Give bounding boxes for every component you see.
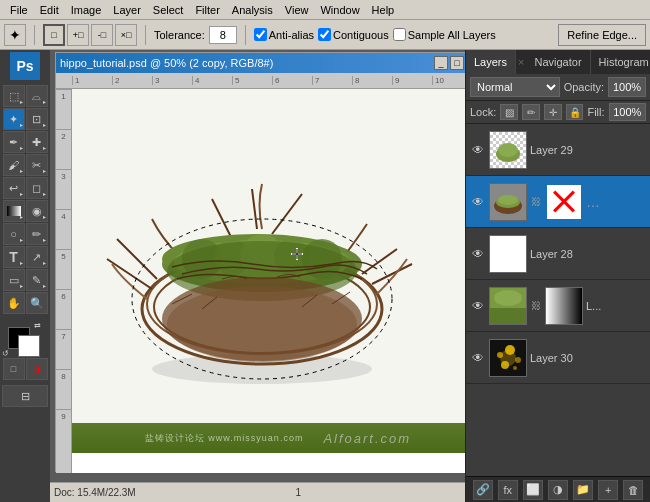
ruler-h-2: 2 — [112, 76, 152, 85]
sample-all-checkbox[interactable] — [393, 28, 406, 41]
canvas-title: hippo_tutorial.psd @ 50% (2 copy, RGB/8#… — [60, 57, 273, 69]
anti-alias-option[interactable]: Anti-alias — [254, 28, 314, 41]
contiguous-checkbox[interactable] — [318, 28, 331, 41]
path-tool-btn[interactable]: ↗ ▸ — [26, 246, 48, 268]
lock-transparent-btn[interactable]: ▨ — [500, 104, 518, 120]
text-tool-btn[interactable]: T ▸ — [3, 246, 25, 268]
fill-value[interactable]: 100% — [609, 103, 647, 121]
ruler-h-1: 1 — [72, 76, 112, 85]
tolerance-input[interactable] — [209, 26, 237, 44]
screen-mode-btn[interactable]: ⊟ — [2, 385, 48, 407]
default-colors-icon[interactable]: ↺ — [2, 349, 12, 357]
subtract-selection-btn[interactable]: -□ — [91, 24, 113, 46]
anti-alias-checkbox[interactable] — [254, 28, 267, 41]
layer-current-visibility[interactable]: 👁 — [470, 194, 486, 210]
menu-image[interactable]: Image — [65, 0, 108, 20]
layer-item-29[interactable]: 👁 Layer 29 — [466, 124, 650, 176]
layer-gradient-visibility[interactable]: 👁 — [470, 298, 486, 314]
maximize-btn[interactable]: □ — [450, 56, 464, 70]
dodge-tool-btn[interactable]: ○ ▸ — [3, 223, 25, 245]
new-layer-btn[interactable]: + — [598, 480, 618, 500]
text-icon: T — [9, 249, 18, 265]
delete-layer-btn[interactable]: 🗑 — [623, 480, 643, 500]
add-mask-btn[interactable]: ⬜ — [523, 480, 543, 500]
blend-mode-select[interactable]: Normal — [470, 77, 560, 97]
history-brush-btn[interactable]: ↩ ▸ — [3, 177, 25, 199]
eyedropper-tool-btn[interactable]: ✒ ▸ — [3, 131, 25, 153]
gradient-tool-btn[interactable]: ▸ — [3, 200, 25, 222]
sample-all-option[interactable]: Sample All Layers — [393, 28, 496, 41]
tool-row-7: ○ ▸ ✏ ▸ — [3, 223, 48, 245]
layer-item-28[interactable]: 👁 Layer 28 — [466, 228, 650, 280]
canvas-content[interactable]: 盐铸设计论坛 www.missyuan.com Alfoart.com — [72, 89, 465, 473]
blur-tool-btn[interactable]: ◉ ▸ — [26, 200, 48, 222]
background-color[interactable] — [18, 335, 40, 357]
layer-style-btn[interactable]: fx — [498, 480, 518, 500]
new-selection-btn[interactable]: □ — [43, 24, 65, 46]
history-brush-icon: ↩ — [9, 182, 18, 195]
layers-list: 👁 Layer 29 👁 — [466, 124, 650, 476]
intersect-selection-btn[interactable]: ×□ — [115, 24, 137, 46]
layer-gradient-name: L... — [586, 300, 646, 312]
navigator-tab[interactable]: Navigator — [526, 50, 590, 74]
layer-30-visibility[interactable]: 👁 — [470, 350, 486, 366]
ruler-horizontal: 1 2 3 4 5 6 7 8 9 10 — [56, 73, 465, 89]
minimize-btn[interactable]: _ — [434, 56, 448, 70]
layers-tab[interactable]: Layers — [466, 50, 516, 74]
lock-paint-btn[interactable]: ✏ — [522, 104, 540, 120]
lock-all-btn[interactable]: 🔒 — [566, 104, 584, 120]
zoom-tool-btn[interactable]: 🔍 — [26, 292, 48, 314]
layer-item-30[interactable]: 👁 Layer 30 — [466, 332, 650, 384]
menu-file[interactable]: File — [4, 0, 34, 20]
menu-layer[interactable]: Layer — [107, 0, 147, 20]
menu-analysis[interactable]: Analysis — [226, 0, 279, 20]
bird-nest-image — [102, 109, 422, 399]
new-group-btn[interactable]: 📁 — [573, 480, 593, 500]
link-layers-btn[interactable]: 🔗 — [473, 480, 493, 500]
magic-wand-tool-icon[interactable]: ✦ — [4, 24, 26, 46]
blur-arrow: ▸ — [43, 213, 46, 220]
contiguous-option[interactable]: Contiguous — [318, 28, 389, 41]
opacity-value[interactable]: 100% — [608, 77, 646, 97]
shape-tool-btn[interactable]: ▭ ▸ — [3, 269, 25, 291]
healing-tool-btn[interactable]: ✚ ▸ — [26, 131, 48, 153]
layer-28-visibility[interactable]: 👁 — [470, 246, 486, 262]
clone-tool-btn[interactable]: ✂ ▸ — [26, 154, 48, 176]
swap-colors-icon[interactable]: ⇄ — [34, 321, 46, 331]
lasso-tool-btn[interactable]: ⌓ ▸ — [26, 85, 48, 107]
layer-item-current[interactable]: 👁 ⛓ … — [466, 176, 650, 228]
hand-tool-btn[interactable]: ✋ — [3, 292, 25, 314]
menu-select[interactable]: Select — [147, 0, 190, 20]
add-selection-btn[interactable]: +□ — [67, 24, 89, 46]
tool-row-8: T ▸ ↗ ▸ — [3, 246, 48, 268]
quick-mask-btn[interactable]: ◑ — [26, 358, 48, 380]
standard-mode-btn[interactable]: □ — [3, 358, 25, 380]
notes-tool-btn[interactable]: ✎ ▸ — [26, 269, 48, 291]
menu-filter[interactable]: Filter — [189, 0, 225, 20]
clone-arrow: ▸ — [43, 167, 46, 174]
tool-row-1: ⬚ ▸ ⌓ ▸ — [3, 85, 48, 107]
ruler-v-2: 2 — [56, 129, 71, 169]
ruler-marks-h: 1 2 3 4 5 6 7 8 9 10 — [72, 76, 465, 85]
marquee-tool-btn[interactable]: ⬚ ▸ — [3, 85, 25, 107]
layer-29-visibility[interactable]: 👁 — [470, 142, 486, 158]
menu-help[interactable]: Help — [366, 0, 401, 20]
refine-edge-button[interactable]: Refine Edge... — [558, 24, 646, 46]
brush-tool-btn[interactable]: 🖌 ▸ — [3, 154, 25, 176]
canvas-area: hippo_tutorial.psd @ 50% (2 copy, RGB/8#… — [50, 50, 465, 502]
layer-item-gradient[interactable]: 👁 ⛓ L... — [466, 280, 650, 332]
panel-bottom: 🔗 fx ⬜ ◑ 📁 + 🗑 — [466, 476, 650, 502]
eraser-tool-btn[interactable]: ◻ ▸ — [26, 177, 48, 199]
lock-position-btn[interactable]: ✛ — [544, 104, 562, 120]
tab-sep-1: × — [516, 50, 526, 74]
new-adjustment-btn[interactable]: ◑ — [548, 480, 568, 500]
menu-edit[interactable]: Edit — [34, 0, 65, 20]
selection-type-group: □ +□ -□ ×□ — [43, 24, 137, 46]
pen-tool-btn[interactable]: ✏ ▸ — [26, 223, 48, 245]
menu-window[interactable]: Window — [314, 0, 365, 20]
crop-tool-btn[interactable]: ⊡ ▸ — [26, 108, 48, 130]
menu-view[interactable]: View — [279, 0, 315, 20]
magic-wand-tool-btn[interactable]: ✦ ▸ — [3, 108, 25, 130]
histogram-tab[interactable]: Histogram — [591, 50, 650, 74]
brush-arrow: ▸ — [20, 167, 23, 174]
